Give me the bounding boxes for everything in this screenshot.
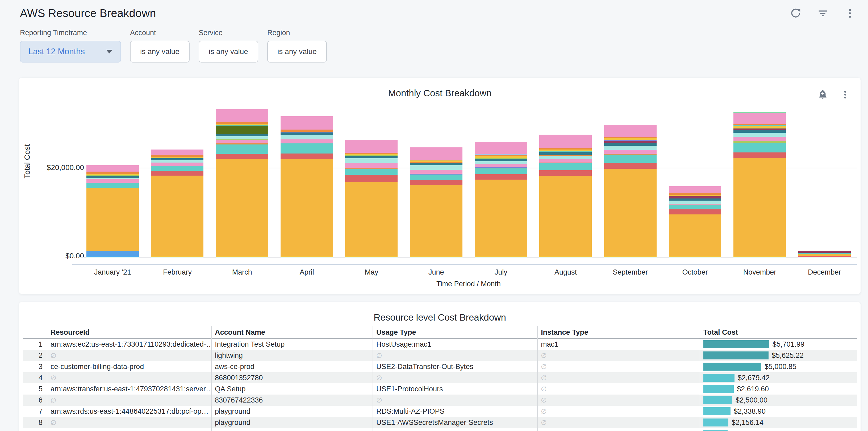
month-bar-August[interactable] bbox=[539, 134, 592, 257]
bar-segment[interactable] bbox=[475, 168, 527, 174]
cell-account-name[interactable]: 868001352780 bbox=[211, 372, 373, 383]
cell-usage-type[interactable]: ∅ bbox=[373, 395, 537, 406]
bar-segment[interactable] bbox=[604, 146, 657, 150]
more-options-icon[interactable] bbox=[843, 7, 856, 20]
cell-instance-type[interactable]: ∅ bbox=[537, 395, 700, 406]
bar-segment[interactable] bbox=[734, 137, 786, 141]
cell-total-cost[interactable]: $2,500.00 bbox=[700, 395, 857, 406]
cell-usage-type[interactable]: ∅ bbox=[373, 350, 537, 361]
bar-segment[interactable] bbox=[216, 154, 268, 159]
bar-segment[interactable] bbox=[86, 257, 139, 257]
bar-segment[interactable] bbox=[216, 126, 268, 134]
bar-segment[interactable] bbox=[345, 169, 398, 175]
cell-account-name[interactable]: 830767422336 bbox=[211, 395, 373, 406]
cell-total-cost[interactable]: $5,000.85 bbox=[700, 361, 857, 372]
bar-segment[interactable] bbox=[151, 160, 204, 162]
bar-segment[interactable] bbox=[151, 171, 204, 176]
bar-segment[interactable] bbox=[281, 257, 333, 257]
bar-segment[interactable] bbox=[798, 256, 851, 257]
bar-segment[interactable] bbox=[151, 150, 204, 155]
bar-segment[interactable] bbox=[604, 143, 657, 146]
bar-segment[interactable] bbox=[281, 159, 333, 256]
filter-icon[interactable] bbox=[816, 7, 829, 20]
month-bar-March[interactable] bbox=[216, 109, 268, 257]
cell-usage-type[interactable]: HostUsage:mac1 bbox=[373, 339, 537, 350]
bar-segment[interactable] bbox=[539, 257, 592, 257]
bar-segment[interactable] bbox=[539, 150, 592, 151]
cell-resource-id[interactable]: arn:aws:ec2:us-east-1:733017110293:dedic… bbox=[47, 339, 211, 350]
bar-segment[interactable] bbox=[151, 158, 204, 160]
cell-account-name[interactable]: lightwing bbox=[211, 350, 373, 361]
bar-segment[interactable] bbox=[345, 158, 398, 163]
month-bar-November[interactable] bbox=[734, 112, 786, 257]
cell-total-cost[interactable] bbox=[700, 428, 857, 431]
month-bar-May[interactable] bbox=[345, 140, 398, 257]
bar-segment[interactable] bbox=[151, 162, 204, 166]
bar-segment[interactable] bbox=[669, 205, 721, 209]
cell-instance-type[interactable]: ∅ bbox=[537, 350, 700, 361]
bar-segment[interactable] bbox=[86, 251, 139, 257]
bar-segment[interactable] bbox=[604, 257, 657, 257]
cell-instance-type[interactable]: ∅ bbox=[537, 383, 700, 395]
bar-segment[interactable] bbox=[410, 170, 462, 174]
cell-usage-type[interactable]: USE1-AWSSecretsManager-Secrets bbox=[373, 417, 537, 428]
month-bar-January '21[interactable] bbox=[86, 165, 139, 257]
bar-segment[interactable] bbox=[539, 159, 592, 162]
bar-segment[interactable] bbox=[86, 165, 139, 172]
cell-instance-type[interactable]: ∅ bbox=[537, 406, 700, 417]
cell-total-cost[interactable]: $2,156.14 bbox=[700, 417, 857, 428]
cell-instance-type[interactable] bbox=[537, 428, 700, 431]
bar-segment[interactable] bbox=[669, 257, 721, 257]
cell-account-name[interactable]: QA Setup bbox=[211, 383, 373, 395]
cell-instance-type[interactable]: mac1 bbox=[537, 339, 700, 350]
bar-segment[interactable] bbox=[475, 164, 527, 167]
bar-segment[interactable] bbox=[669, 196, 721, 198]
bar-segment[interactable] bbox=[410, 257, 462, 257]
cell-instance-type[interactable]: ∅ bbox=[537, 361, 700, 372]
bar-segment[interactable] bbox=[539, 134, 592, 148]
bar-segment[interactable] bbox=[669, 186, 721, 193]
cell-usage-type[interactable]: USE1-ProtocolHours bbox=[373, 383, 537, 395]
bar-segment[interactable] bbox=[86, 188, 139, 251]
bar-segment[interactable] bbox=[345, 140, 398, 153]
col-total-cost[interactable]: Total Cost bbox=[700, 326, 857, 339]
bar-segment[interactable] bbox=[216, 109, 268, 122]
cell-total-cost[interactable]: $2,679.42 bbox=[700, 372, 857, 383]
bar-segment[interactable] bbox=[216, 134, 268, 136]
bar-segment[interactable] bbox=[539, 152, 592, 155]
bar-segment[interactable] bbox=[475, 257, 527, 257]
cell-resource-id[interactable]: ce-customer-billing-data-prod bbox=[47, 361, 211, 372]
cell-resource-id[interactable]: ∅ bbox=[47, 417, 211, 428]
bar-segment[interactable] bbox=[216, 140, 268, 144]
bar-segment[interactable] bbox=[734, 126, 786, 128]
month-bar-February[interactable] bbox=[151, 150, 204, 257]
bar-segment[interactable] bbox=[669, 201, 721, 204]
alert-bell-icon[interactable] bbox=[816, 88, 829, 101]
bar-segment[interactable] bbox=[798, 254, 851, 256]
bar-segment[interactable] bbox=[604, 125, 657, 137]
bar-segment[interactable] bbox=[86, 183, 139, 188]
cell-resource-id[interactable]: ∅ bbox=[47, 395, 211, 406]
bar-segment[interactable] bbox=[281, 132, 333, 135]
col-instance-type[interactable]: Instance Type bbox=[537, 326, 700, 339]
cell-account-name[interactable]: Integration Test Setup bbox=[211, 339, 373, 350]
bar-segment[interactable] bbox=[281, 116, 333, 129]
col-account-name[interactable]: Account Name bbox=[211, 326, 373, 339]
bar-segment[interactable] bbox=[604, 169, 657, 256]
bar-segment[interactable] bbox=[604, 155, 657, 163]
bar-segment[interactable] bbox=[669, 214, 721, 257]
cell-account-name[interactable]: playground bbox=[211, 417, 373, 428]
month-bar-December[interactable] bbox=[798, 251, 851, 257]
bar-segment[interactable] bbox=[475, 159, 527, 161]
bar-segment[interactable] bbox=[281, 135, 333, 140]
bar-segment[interactable] bbox=[604, 141, 657, 143]
region-filter-chip[interactable]: is any value bbox=[267, 41, 327, 63]
bar-segment[interactable] bbox=[216, 145, 268, 154]
bar-segment[interactable] bbox=[475, 156, 527, 158]
bar-segment[interactable] bbox=[281, 144, 333, 154]
bar-segment[interactable] bbox=[345, 182, 398, 257]
bar-segment[interactable] bbox=[216, 122, 268, 124]
bar-segment[interactable] bbox=[410, 180, 462, 185]
bar-segment[interactable] bbox=[151, 176, 204, 256]
bar-segment[interactable] bbox=[734, 130, 786, 133]
